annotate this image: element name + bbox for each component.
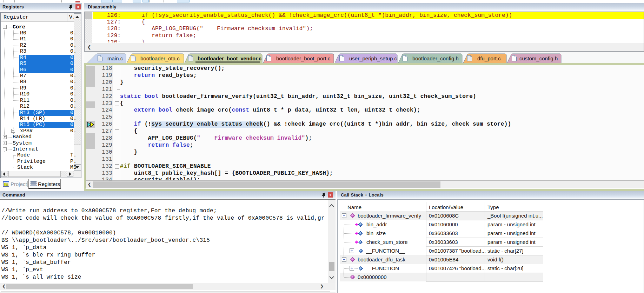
svg-text:dfu_port.c: dfu_port.c: [477, 55, 501, 61]
svg-text:custom_config.h: custom_config.h: [519, 55, 558, 61]
svg-text:bootloader_config.h: bootloader_config.h: [412, 55, 459, 61]
svg-text:main.c: main.c: [107, 55, 123, 61]
svg-text:bootloader_ota.c: bootloader_ota.c: [140, 55, 180, 61]
svg-text:bootloader_boot_vendor.c: bootloader_boot_vendor.c: [198, 56, 261, 61]
svg-text:bootloader_boot_port.c: bootloader_boot_port.c: [276, 55, 331, 61]
svg-text:user_periph_setup.c: user_periph_setup.c: [349, 55, 397, 61]
